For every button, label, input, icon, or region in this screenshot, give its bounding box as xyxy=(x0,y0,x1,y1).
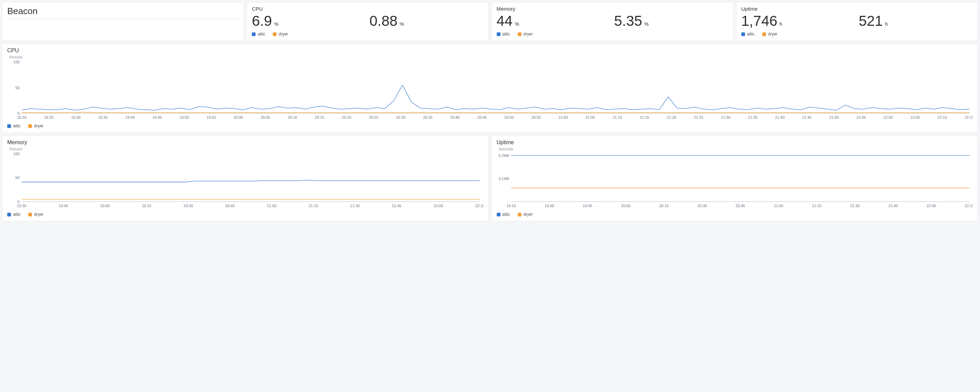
memory-chart[interactable]: 05010019:3019:4520:0020:1520:3020:4521:0… xyxy=(7,152,484,209)
svg-text:22:05: 22:05 xyxy=(910,115,920,120)
svg-text:20:45: 20:45 xyxy=(735,204,745,208)
uptime-chart-title: Uptime xyxy=(497,139,973,146)
svg-text:19:45: 19:45 xyxy=(59,204,68,208)
svg-text:20:20: 20:20 xyxy=(342,115,352,120)
svg-text:21:30: 21:30 xyxy=(850,204,859,208)
legend-item-dryer[interactable]: dryer xyxy=(518,212,533,217)
svg-text:21:45: 21:45 xyxy=(392,204,401,208)
uptime-chart-ylabel: Seconds xyxy=(499,147,973,151)
page-title: Beacon xyxy=(7,6,239,19)
cpu-stat-panel: CPU 6.9 % 0.88 % attic dryer xyxy=(247,2,488,41)
legend-dryer-label: dryer xyxy=(523,32,533,37)
legend-item-attic[interactable]: attic xyxy=(741,32,755,37)
swatch-attic-icon xyxy=(7,213,11,217)
cpu-attic-value: 6.9 xyxy=(252,13,272,29)
svg-text:20:50: 20:50 xyxy=(504,115,514,120)
svg-text:20:15: 20:15 xyxy=(142,204,151,208)
legend-item-dryer[interactable]: dryer xyxy=(28,124,43,128)
svg-text:22:00: 22:00 xyxy=(883,115,893,120)
svg-text:19:40: 19:40 xyxy=(125,115,135,120)
legend-item-attic[interactable]: attic xyxy=(497,212,510,217)
uptime-panel-title: Uptime xyxy=(741,6,973,12)
svg-text:19:45: 19:45 xyxy=(583,204,592,208)
svg-text:21:50: 21:50 xyxy=(829,115,839,120)
memory-attic-unit: % xyxy=(515,21,519,27)
legend-attic-label: attic xyxy=(13,212,21,217)
uptime-chart-legend: atticdryer xyxy=(497,212,973,217)
legend-item-attic[interactable]: attic xyxy=(252,32,265,37)
cpu-attic-unit: % xyxy=(274,21,278,27)
svg-text:19:30: 19:30 xyxy=(71,115,81,120)
uptime-attic-value: 1,746 xyxy=(741,13,777,29)
svg-text:20:30: 20:30 xyxy=(184,204,193,208)
svg-text:22:15: 22:15 xyxy=(964,204,973,208)
svg-text:22:00: 22:00 xyxy=(926,204,935,208)
svg-text:0: 0 xyxy=(18,199,20,204)
legend-attic-label: attic xyxy=(258,32,265,37)
cpu-chart-panel: CPU Percent 05010019:2019:2519:3019:3519… xyxy=(2,44,978,133)
memory-chart-legend: atticdryer xyxy=(7,212,484,217)
svg-text:20:30: 20:30 xyxy=(396,115,406,120)
svg-text:19:35: 19:35 xyxy=(98,115,108,120)
uptime-chart[interactable]: 3.14M6.28M19:1519:3019:4520:0020:1520:30… xyxy=(497,152,973,209)
svg-text:20:35: 20:35 xyxy=(423,115,433,120)
legend-item-attic[interactable]: attic xyxy=(7,212,21,217)
svg-text:21:30: 21:30 xyxy=(350,204,360,208)
svg-text:20:25: 20:25 xyxy=(369,115,379,120)
svg-text:21:15: 21:15 xyxy=(812,204,821,208)
legend-item-attic[interactable]: attic xyxy=(7,124,21,128)
svg-text:21:00: 21:00 xyxy=(773,204,783,208)
svg-text:50: 50 xyxy=(16,175,20,180)
cpu-dryer-value: 0.88 xyxy=(369,13,398,29)
legend-attic-label: attic xyxy=(503,32,510,37)
cpu-chart[interactable]: 05010019:2019:2519:3019:3519:4019:4519:5… xyxy=(7,60,973,120)
memory-chart-ylabel: Percent xyxy=(9,147,484,151)
legend-item-dryer[interactable]: dryer xyxy=(518,32,533,37)
svg-text:22:15: 22:15 xyxy=(476,204,484,208)
legend-attic-label: attic xyxy=(747,32,755,37)
memory-chart-panel: Memory Percent 05010019:3019:4520:0020:1… xyxy=(2,135,489,221)
svg-text:50: 50 xyxy=(16,86,20,90)
legend-item-dryer[interactable]: dryer xyxy=(273,32,288,37)
svg-text:21:45: 21:45 xyxy=(888,204,897,208)
svg-text:20:45: 20:45 xyxy=(477,115,487,120)
svg-text:19:55: 19:55 xyxy=(207,115,216,120)
legend-item-dryer[interactable]: dryer xyxy=(28,212,43,217)
legend-item-dryer[interactable]: dryer xyxy=(762,32,777,37)
svg-text:20:05: 20:05 xyxy=(261,115,270,120)
legend-dryer-label: dryer xyxy=(34,124,43,128)
svg-text:19:30: 19:30 xyxy=(17,204,26,208)
svg-text:6.28M: 6.28M xyxy=(498,153,509,158)
svg-text:21:00: 21:00 xyxy=(558,115,568,120)
memory-stat-panel: Memory 44 % 5.35 % attic dryer xyxy=(492,2,733,41)
svg-text:20:45: 20:45 xyxy=(225,204,235,208)
uptime-dryer-value: 521 xyxy=(859,13,883,29)
svg-text:21:55: 21:55 xyxy=(856,115,866,120)
swatch-attic-icon xyxy=(252,32,256,36)
swatch-dryer-icon xyxy=(518,32,522,36)
memory-attic-value: 44 xyxy=(497,13,513,29)
uptime-chart-panel: Uptime Seconds 3.14M6.28M19:1519:3019:45… xyxy=(492,135,978,221)
svg-text:21:10: 21:10 xyxy=(612,115,622,120)
swatch-dryer-icon xyxy=(28,124,32,128)
beacon-panel: Beacon xyxy=(2,2,244,41)
svg-text:19:15: 19:15 xyxy=(506,204,515,208)
svg-text:22:10: 22:10 xyxy=(938,115,947,120)
svg-text:21:40: 21:40 xyxy=(775,115,784,120)
svg-text:20:30: 20:30 xyxy=(697,204,706,208)
memory-dryer-unit: % xyxy=(644,21,648,27)
uptime-dryer-unit: h xyxy=(885,21,888,27)
legend-attic-label: attic xyxy=(503,212,510,217)
legend-item-attic[interactable]: attic xyxy=(497,32,510,37)
svg-text:0: 0 xyxy=(18,111,20,115)
svg-text:20:10: 20:10 xyxy=(288,115,297,120)
legend-dryer-label: dryer xyxy=(768,32,777,37)
svg-text:20:00: 20:00 xyxy=(621,204,630,208)
memory-dryer-value: 5.35 xyxy=(614,13,642,29)
cpu-chart-title: CPU xyxy=(7,48,973,54)
legend-dryer-label: dryer xyxy=(278,32,288,37)
cpu-chart-ylabel: Percent xyxy=(9,55,973,59)
swatch-attic-icon xyxy=(741,32,745,36)
uptime-attic-unit: h xyxy=(780,21,782,27)
svg-text:21:15: 21:15 xyxy=(309,204,318,208)
